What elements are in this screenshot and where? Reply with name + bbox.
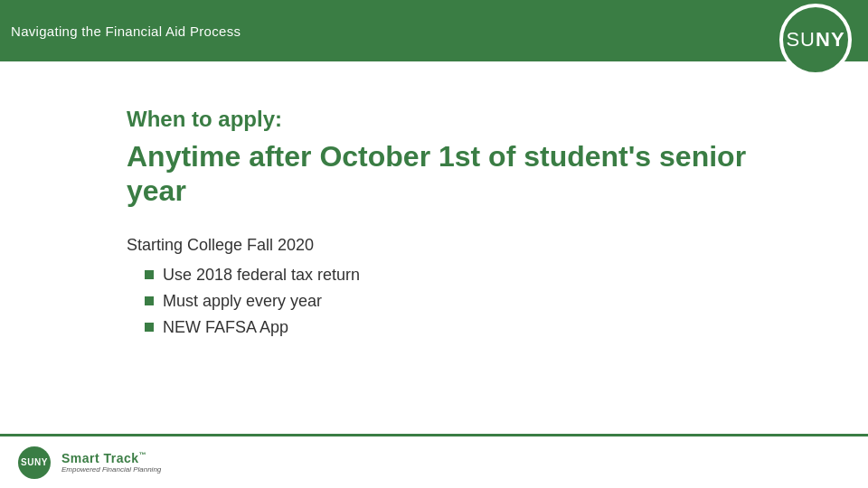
suny-ny: NY <box>816 28 845 51</box>
list-item: NEW FAFSA App <box>145 318 796 337</box>
footer-brand: Smart Track™ Empowered Financial Plannin… <box>61 451 161 474</box>
list-item: Use 2018 federal tax return <box>145 266 796 285</box>
footer-logo: SUNY <box>18 446 51 479</box>
footer-suny-text: SUNY <box>21 457 48 467</box>
bullet-text-2: Must apply every year <box>163 292 322 311</box>
footer: SUNY Smart Track™ Empowered Financial Pl… <box>0 434 868 488</box>
list-item: Must apply every year <box>145 292 796 311</box>
footer-tagline: Empowered Financial Planning <box>61 465 161 474</box>
suny-logo: SUNY <box>779 4 852 76</box>
bullet-icon <box>145 270 154 279</box>
bullet-text-3: NEW FAFSA App <box>163 318 288 337</box>
header-bar: Navigating the Financial Aid Process SUN… <box>0 0 868 61</box>
footer-brand-name: Smart Track™ <box>61 451 161 465</box>
footer-suny-circle: SUNY <box>18 446 51 479</box>
main-content: When to apply: Anytime after October 1st… <box>0 61 868 371</box>
page-title: Navigating the Financial Aid Process <box>11 23 241 39</box>
when-to-apply-label: When to apply: <box>127 107 796 132</box>
starting-college-text: Starting College Fall 2020 <box>127 236 796 255</box>
bullet-text-1: Use 2018 federal tax return <box>163 266 360 285</box>
suny-su: SU <box>786 28 816 51</box>
bullet-icon <box>145 323 154 332</box>
suny-logo-text: SUNY <box>786 30 844 50</box>
anytime-heading: Anytime after October 1st of student's s… <box>127 139 796 209</box>
bullet-list: Use 2018 federal tax return Must apply e… <box>127 266 796 337</box>
bullet-icon <box>145 296 154 305</box>
